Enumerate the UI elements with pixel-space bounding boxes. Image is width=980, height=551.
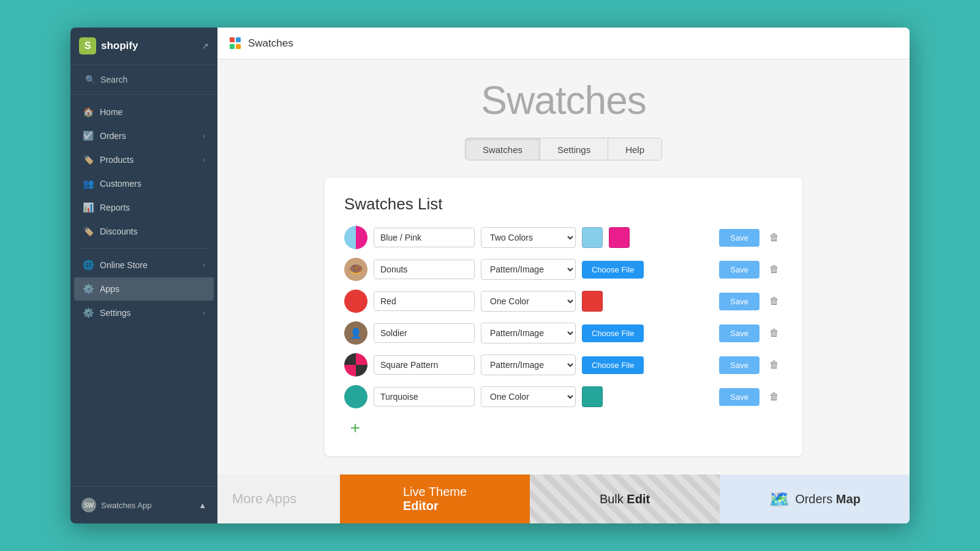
swatch-preview-square-pattern [344,353,368,377]
swatch-preview-red [344,290,368,313]
products-icon: 🏷️ [83,154,94,165]
swatch-row-donuts: 🍩 Pattern/Image One Color Two Colors Cho… [344,258,783,281]
sidebar-item-label-apps: Apps [100,284,119,294]
swatch-name-input-turquoise[interactable] [374,387,475,407]
sidebar-item-home[interactable]: 🏠 Home [74,100,214,124]
choose-file-button-square-pattern[interactable]: Choose File [582,356,644,374]
sidebar-search-section: 🔍 Search [70,65,217,95]
sidebar-item-discounts[interactable]: 🏷️ Discounts [74,220,214,243]
tab-help[interactable]: Help [608,138,662,160]
orders-map-banner[interactable]: 🗺️ Orders Map [720,474,910,523]
bulk-edit-banner[interactable]: Bulk Edit [530,474,720,523]
theme-editor-banner[interactable]: Live Theme Editor [340,474,530,523]
theme-editor-text: Live Theme Editor [403,485,467,513]
tab-settings[interactable]: Settings [540,138,608,160]
color-box-red[interactable] [582,291,603,312]
swatch-row-red: One Color Two Colors Pattern/Image Save … [344,290,783,313]
sidebar-item-label-customers: Customers [100,179,141,189]
save-button-blue-pink[interactable]: Save [719,229,760,247]
swatches-app-icon [230,37,242,50]
color-box-pink[interactable] [609,227,630,248]
bulk-edit-text: Bulk Edit [600,492,650,506]
sidebar-item-reports[interactable]: 📊 Reports [74,196,214,219]
sidebar-logo-text: shopify [101,40,138,52]
sidebar-item-orders[interactable]: ☑️ Orders › [74,124,214,148]
sidebar-item-label-discounts: Discounts [100,227,137,236]
tab-swatches[interactable]: Swatches [466,138,540,160]
save-button-turquoise[interactable]: Save [719,388,760,406]
save-button-square-pattern[interactable]: Save [719,356,760,374]
online-store-icon: 🌐 [83,260,94,271]
swatch-preview-blue-pink [344,226,368,249]
orders-map-text: Orders Map [795,492,861,506]
reports-icon: 📊 [83,202,94,213]
chevron-right-icon: › [203,309,205,317]
search-icon: 🔍 [85,75,96,84]
color-box-teal[interactable] [582,386,603,407]
shopify-icon: S [79,37,96,54]
add-swatch-button[interactable]: + [344,417,366,439]
sidebar-item-label-products: Products [100,155,134,165]
save-button-soldier[interactable]: Save [719,324,760,342]
settings-icon: ⚙️ [83,307,94,318]
footer-avatar: SW [81,498,96,512]
map-icon: 🗺️ [769,489,790,509]
swatch-type-select-soldier[interactable]: Pattern/Image One Color Two Colors [481,323,576,343]
swatch-name-input-square-pattern[interactable] [374,355,475,375]
sidebar-divider [79,248,209,249]
delete-button-turquoise[interactable]: 🗑 [766,389,783,405]
swatches-list-title: Swatches List [344,195,783,214]
sidebar-item-settings[interactable]: ⚙️ Settings › [74,301,214,324]
chevron-right-icon: › [203,261,205,269]
sidebar-footer: SW Swatches App ▲ [70,486,217,523]
search-button[interactable]: 🔍 Search [79,71,209,88]
external-link-icon[interactable]: ↗ [202,41,209,51]
save-button-red[interactable]: Save [719,293,760,310]
footer-label: Swatches App [101,501,151,510]
apps-icon: ⚙️ [83,283,94,294]
delete-button-blue-pink[interactable]: 🗑 [766,230,783,246]
sidebar: S shopify ↗ 🔍 Search 🏠 Home ☑️ Orders [70,28,217,523]
tab-bar: Swatches Settings Help [465,138,662,160]
chevron-right-icon: › [203,156,205,164]
choose-file-button-donuts[interactable]: Choose File [582,261,644,279]
sidebar-item-customers[interactable]: 👥 Customers [74,172,214,195]
swatches-app-footer[interactable]: SW Swatches App ▲ [79,494,209,516]
more-apps-label: More Apps [217,491,340,507]
sidebar-item-label-orders: Orders [100,131,126,141]
swatch-name-input-red[interactable] [374,291,475,311]
swatch-type-select-donuts[interactable]: Pattern/Image One Color Two Colors [481,259,576,280]
swatches-card: Swatches List Two Colors One Color Patte… [325,178,802,456]
color-box-blue[interactable] [582,227,603,248]
main-content: Swatches Swatches Swatches Settings Help… [217,28,910,523]
swatch-name-input-soldier[interactable] [374,323,475,343]
choose-file-button-soldier[interactable]: Choose File [582,324,644,342]
save-button-donuts[interactable]: Save [719,261,760,279]
swatch-name-input-donuts[interactable] [374,260,475,279]
delete-button-donuts[interactable]: 🗑 [766,261,783,277]
orders-icon: ☑️ [83,130,94,141]
sidebar-item-online-store[interactable]: 🌐 Online Store › [74,253,214,277]
footer-collapse-icon: ▲ [198,501,206,510]
swatch-type-select-turquoise[interactable]: One Color Two Colors Pattern/Image [481,386,576,407]
swatch-type-select-red[interactable]: One Color Two Colors Pattern/Image [481,291,576,312]
swatch-type-select-square-pattern[interactable]: Pattern/Image One Color Two Colors [481,354,576,375]
swatch-type-select-blue-pink[interactable]: Two Colors One Color Pattern/Image [481,227,576,248]
sidebar-item-apps[interactable]: ⚙️ Apps [74,277,214,301]
top-bar: Swatches [217,28,910,59]
sidebar-item-label-reports: Reports [100,203,130,212]
swatch-row-turquoise: One Color Two Colors Pattern/Image Save … [344,385,783,408]
delete-button-red[interactable]: 🗑 [766,293,783,309]
sidebar-item-products[interactable]: 🏷️ Products › [74,148,214,171]
sidebar-header: S shopify ↗ [70,28,217,65]
app-window: S shopify ↗ 🔍 Search 🏠 Home ☑️ Orders [70,28,910,523]
swatch-preview-soldier: 👤 [344,321,368,345]
page-body: Swatches Swatches Settings Help Swatches… [217,59,910,474]
swatch-name-input-blue-pink[interactable] [374,228,475,247]
sidebar-item-label-home: Home [100,107,123,117]
delete-button-square-pattern[interactable]: 🗑 [766,357,783,373]
delete-button-soldier[interactable]: 🗑 [766,325,783,341]
sidebar-logo: S shopify [79,37,138,54]
chevron-right-icon: › [203,132,205,140]
topbar-title: Swatches [248,37,293,50]
